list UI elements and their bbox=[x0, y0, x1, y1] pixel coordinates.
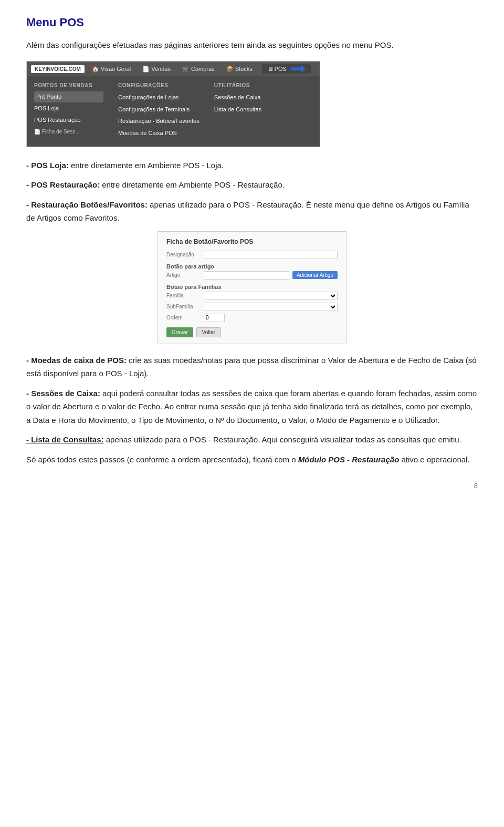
nav-compras[interactable]: 🛒 Compras bbox=[178, 65, 219, 74]
ficha-familia-row: Família bbox=[166, 292, 338, 300]
designacao-label: Designação bbox=[166, 252, 201, 257]
term-pos-restauracao: - POS Restauração: bbox=[26, 180, 100, 189]
menu-item-pnt[interactable]: Pnt Ponto bbox=[34, 91, 103, 102]
nav-vendas[interactable]: 📄 Vendas bbox=[138, 65, 175, 74]
nav-visao-geral[interactable]: 🏠 Visão Geral bbox=[88, 65, 135, 74]
section-moedas-caixa: - Moedas de caixa de POS: crie as suas m… bbox=[26, 354, 478, 380]
nav-pos[interactable]: 🖥 POS bbox=[262, 64, 311, 74]
nav-bar: KEYINVOICE.COM 🏠 Visão Geral 📄 Vendas 🛒 … bbox=[27, 61, 320, 76]
voltar-button[interactable]: Voltar bbox=[196, 327, 222, 337]
term-pos-loja: - POS Loja: bbox=[26, 161, 69, 170]
menu-item-ficha[interactable]: 📄 Ficha de Sess... bbox=[34, 126, 103, 137]
menu-col-pontos-vendas: PONTOS DE VENDAS Pnt Ponto POS Loja POS … bbox=[27, 79, 111, 142]
section-pos-restauracao: - POS Restauração: entre diretamente em … bbox=[26, 178, 478, 192]
menu-item-moedas-caixa[interactable]: Moedas de Caixa POS bbox=[118, 127, 200, 139]
botao-artigo-label: Botão para artigo bbox=[166, 263, 338, 270]
page-title: Menu POS bbox=[26, 16, 478, 29]
botao-familias-label: Botão para Famílias bbox=[166, 284, 338, 290]
nav-arrow-icon bbox=[291, 65, 306, 73]
designacao-input[interactable] bbox=[204, 251, 338, 259]
artigo-label: Artigo bbox=[166, 272, 201, 278]
term-moedas-caixa: - Moedas de caixa de POS: bbox=[26, 356, 127, 365]
menu-item-pos-restauracao[interactable]: POS Restauração bbox=[34, 114, 103, 126]
section-restauracao-botoes: - Restauração Botões/Favoritos: apenas u… bbox=[26, 198, 478, 225]
gravar-button[interactable]: Gravar bbox=[166, 327, 193, 337]
ficha-ordem-row: Ordem bbox=[166, 314, 338, 322]
familia-select[interactable] bbox=[204, 292, 338, 300]
menu-item-config-lojas[interactable]: Configurações de Lojas bbox=[118, 91, 200, 104]
menu-col-utilitarios: UTILITÁRIOS Sessões de Caixa Lista de Co… bbox=[207, 79, 291, 142]
menu-screenshot: KEYINVOICE.COM 🏠 Visão Geral 📄 Vendas 🛒 … bbox=[26, 61, 320, 147]
menu-item-restauracao-botoes[interactable]: Restauração - Botões/Favoritos bbox=[118, 115, 200, 127]
section-lista-consultas: - Lista de Consultas: apenas utilizado p… bbox=[26, 433, 478, 447]
col-title-pontos: PONTOS DE VENDAS bbox=[34, 82, 103, 88]
ficha-designacao-row: Designação bbox=[166, 251, 338, 259]
footer-bold-term: Módulo POS - Restauração bbox=[298, 455, 400, 464]
dropdown-menu: PONTOS DE VENDAS Pnt Ponto POS Loja POS … bbox=[27, 76, 320, 147]
term-lista-consultas: - Lista de Consultas: bbox=[26, 435, 104, 444]
ficha-title: Ficha de Botão/Favorito POS bbox=[166, 238, 338, 245]
menu-item-sessoes-caixa[interactable]: Sessões de Caixa bbox=[214, 91, 284, 104]
menu-item-lista-consultas[interactable]: Lista de Consultas bbox=[214, 104, 284, 116]
ficha-subfamilia-row: SubFamília bbox=[166, 303, 338, 311]
familia-label: Família bbox=[166, 293, 201, 298]
menu-item-pos-loja[interactable]: POS Loja bbox=[34, 102, 103, 115]
ordem-input[interactable] bbox=[204, 314, 225, 322]
section-sessoes-caixa: - Sessões de Caixa: aqui poderá consulta… bbox=[26, 387, 478, 427]
ordem-label: Ordem bbox=[166, 315, 201, 321]
logo: KEYINVOICE.COM bbox=[31, 65, 85, 73]
menu-item-config-terminais[interactable]: Configurações de Terminais bbox=[118, 104, 200, 116]
term-restauracao-botoes: - Restauração Botões/Favoritos: bbox=[26, 200, 148, 209]
artigo-input[interactable] bbox=[204, 271, 289, 280]
ficha-screenshot: Ficha de Botão/Favorito POS Designação B… bbox=[158, 231, 346, 344]
subfamilia-select[interactable] bbox=[204, 303, 338, 311]
ficha-artigo-row: Artigo Adicionar Artigo bbox=[166, 271, 338, 280]
menu-col-configuracoes: CONFIGURAÇÕES Configurações de Lojas Con… bbox=[111, 79, 207, 142]
term-sessoes-caixa: - Sessões de Caixa: bbox=[26, 389, 100, 398]
intro-paragraph: Além das configurações efetuadas nas pág… bbox=[26, 39, 478, 51]
footer-paragraph: Só após todos estes passos (e conforme a… bbox=[26, 453, 478, 467]
col-title-util: UTILITÁRIOS bbox=[214, 82, 284, 88]
col-title-config: CONFIGURAÇÕES bbox=[118, 82, 200, 88]
nav-stocks[interactable]: 📦 Stocks bbox=[222, 65, 257, 74]
ficha-action-buttons: Gravar Voltar bbox=[166, 327, 338, 337]
subfamilia-label: SubFamília bbox=[166, 304, 201, 309]
add-artigo-button[interactable]: Adicionar Artigo bbox=[292, 271, 338, 279]
section-pos-loja: - POS Loja: entre diretamente em Ambient… bbox=[26, 159, 478, 172]
page-number: 8 bbox=[26, 482, 478, 490]
